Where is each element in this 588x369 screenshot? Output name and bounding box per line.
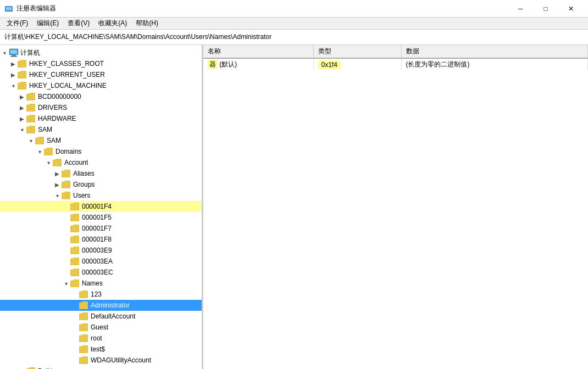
- folder-icon-nguest: [79, 323, 89, 331]
- tree-label-hkcu: HKEY_CURRENT_USER: [29, 71, 105, 79]
- tree-node-u1f8[interactable]: 000001F8: [0, 234, 202, 245]
- tree-node-nguest[interactable]: Guest: [0, 322, 202, 333]
- default-value-icon: 器: [208, 60, 218, 69]
- folder-icon-hklm: [18, 82, 27, 90]
- tree-node-groups[interactable]: ▶ Groups: [0, 179, 202, 190]
- folder-icon-nroot: [79, 334, 89, 342]
- main-content: ▾ 计算机 ▶ HKEY_CLASSES_ROOT ▶: [0, 45, 588, 369]
- tree-label-u3ec: 000003EC: [82, 269, 113, 276]
- tree-label-computer: 计算机: [20, 48, 40, 58]
- folder-icon-nadmin: [79, 301, 89, 309]
- folder-icon-hkcr: [18, 60, 27, 68]
- tree-label-account: Account: [64, 159, 88, 166]
- tree-label-u3ea: 000003EA: [82, 258, 113, 265]
- maximize-button[interactable]: □: [533, 0, 558, 18]
- tree-node-aliases[interactable]: ▶ Aliases: [0, 168, 202, 179]
- expand-hkcr[interactable]: ▶: [9, 59, 18, 68]
- expand-users[interactable]: ▾: [53, 191, 62, 200]
- tree-label-names: Names: [82, 279, 103, 287]
- window-controls: ─ □ ✕: [508, 0, 584, 18]
- tree-node-u1f7[interactable]: 000001F7: [0, 223, 202, 234]
- folder-icon-nwdag: [79, 356, 89, 364]
- expand-hkcu[interactable]: ▶: [9, 70, 18, 79]
- tree-node-n123[interactable]: 123: [0, 289, 202, 300]
- tree-label-u1f4: 000001F4: [82, 203, 112, 210]
- tree-node-u1f5[interactable]: 000001F5: [0, 212, 202, 223]
- tree-node-domains[interactable]: ▾ Domains: [0, 146, 202, 157]
- expand-sam[interactable]: ▾: [18, 125, 26, 134]
- tree-label-ndefault: DefaultAccount: [91, 312, 135, 320]
- tree-node-nwdag[interactable]: WDAGUtilityAccount: [0, 355, 202, 366]
- minimize-button[interactable]: ─: [508, 0, 533, 18]
- address-path: 计算机\HKEY_LOCAL_MACHINE\SAM\SAM\Domains\A…: [4, 32, 271, 42]
- expand-computer[interactable]: ▾: [0, 48, 9, 57]
- tree-node-hkcu[interactable]: ▶ HKEY_CURRENT_USER: [0, 69, 202, 80]
- tree-node-account[interactable]: ▾ Account: [0, 157, 202, 168]
- expand-drivers[interactable]: ▶: [18, 103, 26, 112]
- tree-node-u3ec[interactable]: 000003EC: [0, 267, 202, 278]
- tree-label-nguest: Guest: [91, 323, 108, 331]
- tree-node-users[interactable]: ▾ Users: [0, 190, 202, 201]
- tree-label-u3e9: 000003E9: [82, 247, 112, 254]
- tree-label-u1f7: 000001F7: [82, 225, 112, 232]
- expand-groups[interactable]: ▶: [53, 180, 62, 189]
- folder-icon-aliases: [62, 170, 71, 177]
- tree-node-u3e9[interactable]: 000003E9: [0, 245, 202, 256]
- tree-label-u1f8: 000001F8: [82, 236, 112, 243]
- tree-node-nadmin[interactable]: Administrator: [0, 300, 202, 311]
- expand-names[interactable]: ▾: [62, 279, 70, 288]
- tree-panel[interactable]: ▾ 计算机 ▶ HKEY_CLASSES_ROOT ▶: [0, 45, 203, 369]
- folder-icon-u3ec: [70, 269, 80, 276]
- svg-rect-2: [5, 10, 13, 12]
- menu-favorites[interactable]: 收藏夹(A): [94, 18, 131, 29]
- tree-node-u1f4[interactable]: 000001F4: [0, 201, 202, 212]
- folder-icon-hardware: [26, 115, 36, 122]
- close-button[interactable]: ✕: [558, 0, 584, 18]
- folder-icon-names: [70, 279, 80, 287]
- tree-node-hkcr[interactable]: ▶ HKEY_CLASSES_ROOT: [0, 58, 202, 69]
- expand-bcd[interactable]: ▶: [18, 92, 26, 101]
- menu-file[interactable]: 文件(F): [2, 18, 32, 29]
- tree-node-ntest[interactable]: test$: [0, 344, 202, 355]
- tree-label-drivers: DRIVERS: [38, 104, 67, 111]
- folder-icon-groups: [62, 181, 71, 188]
- folder-icon-u3ea: [70, 258, 80, 265]
- tree-node-builtin[interactable]: ▶ Builtin: [0, 366, 202, 369]
- folder-icon-u1f4: [70, 203, 80, 210]
- menu-help[interactable]: 帮助(H): [131, 18, 163, 29]
- right-panel: 名称 类型 数据 器 (默认) 0x1f4 (长度为零的二进制值): [203, 45, 588, 369]
- col-header-name[interactable]: 名称: [203, 45, 313, 58]
- tree-node-u3ea[interactable]: 000003EA: [0, 256, 202, 267]
- tree-node-sam[interactable]: ▾ SAM: [0, 124, 202, 135]
- folder-icon-hkcu: [18, 71, 27, 79]
- cell-data: (长度为零的二进制值): [401, 58, 588, 70]
- svg-rect-6: [10, 56, 17, 57]
- expand-builtin[interactable]: ▶: [18, 367, 26, 369]
- tree-node-nroot[interactable]: root: [0, 333, 202, 344]
- svg-rect-5: [12, 55, 16, 56]
- col-header-data[interactable]: 数据: [401, 45, 588, 58]
- expand-hklm[interactable]: ▾: [9, 81, 18, 90]
- expand-account[interactable]: ▾: [44, 158, 53, 167]
- expand-aliases[interactable]: ▶: [53, 169, 62, 178]
- tree-label-sam: SAM: [38, 126, 52, 133]
- tree-label-ntest: test$: [91, 345, 105, 353]
- folder-icon-domains: [44, 148, 54, 155]
- tree-node-computer[interactable]: ▾ 计算机: [0, 47, 202, 58]
- tree-node-hklm[interactable]: ▾ HKEY_LOCAL_MACHINE: [0, 80, 202, 91]
- table-row[interactable]: 器 (默认) 0x1f4 (长度为零的二进制值): [203, 58, 588, 70]
- tree-node-sam2[interactable]: ▾ SAM: [0, 135, 202, 146]
- tree-label-users: Users: [73, 192, 90, 199]
- tree-node-hardware[interactable]: ▶ HARDWARE: [0, 113, 202, 124]
- expand-domains[interactable]: ▾: [35, 147, 44, 156]
- expand-sam2[interactable]: ▾: [26, 136, 35, 145]
- tree-node-names[interactable]: ▾ Names: [0, 278, 202, 289]
- col-header-type[interactable]: 类型: [313, 45, 401, 58]
- tree-node-drivers[interactable]: ▶ DRIVERS: [0, 102, 202, 113]
- tree-node-ndefault[interactable]: DefaultAccount: [0, 311, 202, 322]
- menu-edit[interactable]: 编辑(E): [32, 18, 63, 29]
- menu-view[interactable]: 查看(V): [63, 18, 94, 29]
- expand-hardware[interactable]: ▶: [18, 114, 26, 123]
- tree-node-bcd[interactable]: ▶ BCD00000000: [0, 91, 202, 102]
- folder-icon-n123: [79, 290, 89, 298]
